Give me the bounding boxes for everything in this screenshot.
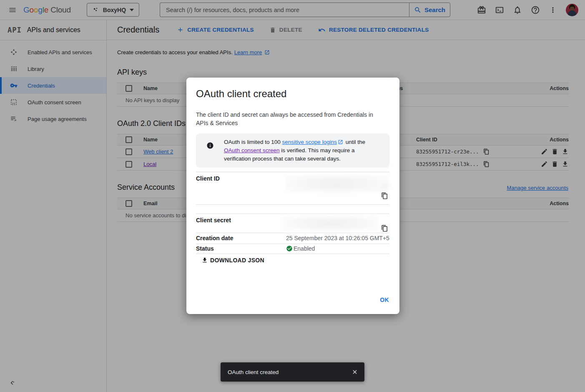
ok-button[interactable]: OK <box>380 297 389 303</box>
creation-date-label: Creation date <box>196 235 233 241</box>
status-row: Status Enabled <box>196 244 389 254</box>
oauth-consent-screen-link[interactable]: OAuth consent screen <box>224 147 280 153</box>
copy-icon[interactable] <box>381 225 388 232</box>
redacted-client-secret <box>284 216 379 231</box>
download-icon <box>201 257 208 264</box>
copy-icon[interactable] <box>381 192 388 199</box>
download-json-button[interactable]: DOWNLOAD JSON <box>201 257 264 264</box>
redacted-client-id <box>285 174 389 193</box>
status-badge: Enabled <box>286 245 315 252</box>
client-secret-label: Client secret <box>196 217 231 224</box>
creation-date-value: 25 September 2023 at 10:26:05 GMT+5 <box>286 235 389 241</box>
redacted-client-id <box>378 183 390 190</box>
close-icon[interactable] <box>352 369 358 375</box>
dialog-description: The client ID and secret can always be a… <box>196 111 382 127</box>
creation-date-row: Creation date 25 September 2023 at 10:26… <box>196 233 389 244</box>
info-icon <box>206 142 214 168</box>
check-circle-icon <box>286 245 293 252</box>
open-in-new-icon <box>338 139 343 145</box>
client-id-label: Client ID <box>196 175 220 182</box>
snackbar: OAuth client created <box>221 362 364 382</box>
client-id-row: Client ID <box>196 172 389 205</box>
snackbar-message: OAuth client created <box>228 369 279 375</box>
verification-notice: OAuth is limited to 100 sensitive scope … <box>196 133 389 168</box>
notice-text: OAuth is limited to 100 sensitive scope … <box>224 138 380 168</box>
dialog-title: OAuth client created <box>196 88 286 100</box>
status-label: Status <box>196 245 214 252</box>
sensitive-scope-logins-link[interactable]: sensitive scope logins <box>282 139 337 145</box>
oauth-client-created-dialog: OAuth client created The client ID and s… <box>186 78 399 314</box>
status-value: Enabled <box>294 245 315 252</box>
dialog-detail-rows: Client ID Client secret Creation date 25… <box>196 172 389 254</box>
client-secret-row: Client secret <box>196 214 389 233</box>
spacer-row <box>196 205 389 214</box>
